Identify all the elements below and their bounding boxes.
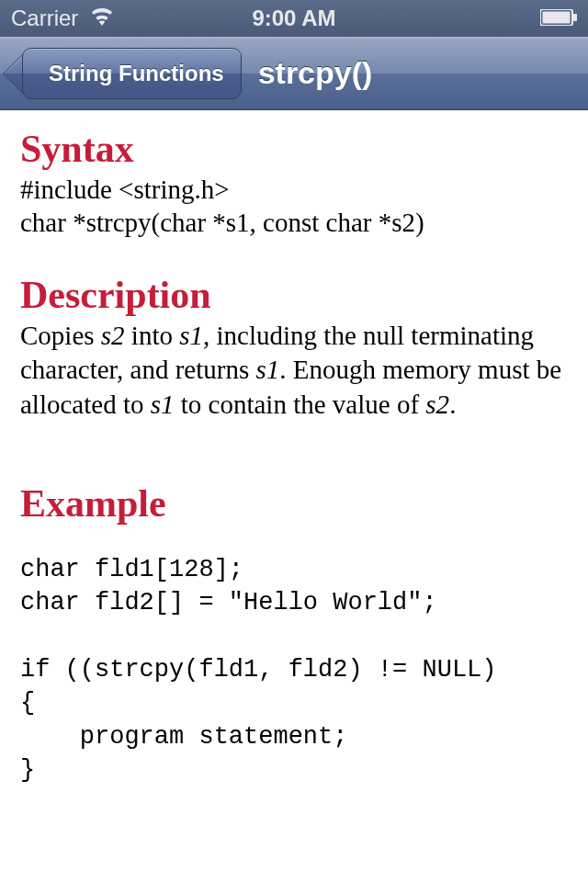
back-button-label: String Functions [49,61,224,86]
desc-var-s1: s1 [179,321,203,350]
nav-bar: String Functions strcpy() [0,37,588,110]
desc-var-s2: s2 [101,321,125,350]
desc-text: into [125,321,180,350]
back-button-wrap[interactable]: String Functions [22,48,242,99]
description-heading: Description [20,273,568,317]
wifi-icon [89,6,115,31]
syntax-heading: Syntax [20,127,568,171]
description-block: Copies s2 into s1, including the null te… [20,319,568,423]
desc-var-s1c: s1 [151,390,175,419]
example-code: char fld1[128]; char fld2[] = "Hello Wor… [20,553,568,787]
page-title: strcpy() [258,55,373,91]
carrier-label: Carrier [11,6,78,31]
example-heading: Example [20,481,568,526]
syntax-line1: #include <string.h> [20,173,568,206]
content: Syntax #include <string.h> char *strcpy(… [0,110,588,804]
status-time: 9:00 AM [252,6,335,31]
desc-text: Copies [20,321,101,350]
syntax-block: #include <string.h> char *strcpy(char *s… [20,173,568,240]
battery-icon [540,6,577,31]
svg-rect-1 [543,12,571,24]
back-button[interactable]: String Functions [22,48,242,99]
status-bar: Carrier 9:00 AM [0,0,588,37]
status-left: Carrier [11,6,115,31]
desc-var-s2b: s2 [425,390,449,419]
svg-rect-2 [573,14,577,21]
desc-text: to contain the value of [175,390,426,419]
desc-text: . [449,390,456,419]
syntax-line2: char *strcpy(char *s1, const char *s2) [20,206,568,239]
status-right [540,6,577,31]
desc-var-s1b: s1 [255,355,279,384]
